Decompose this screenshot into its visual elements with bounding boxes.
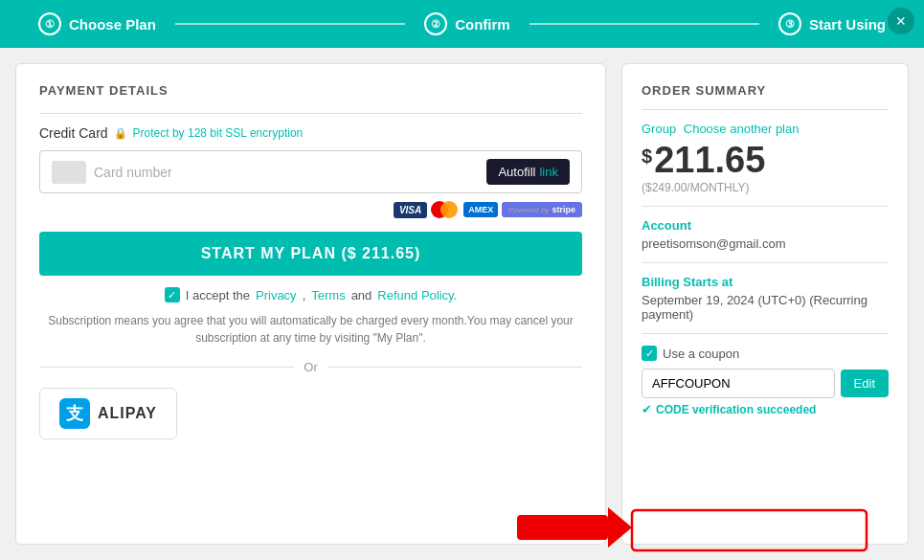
step2-line: [530, 23, 759, 25]
subscription-note: Subscription means you agree that you wi…: [39, 312, 582, 347]
step3-label: Start Using: [809, 16, 886, 33]
step2: ② Confirm: [424, 12, 510, 35]
lock-icon: 🔒: [114, 127, 127, 140]
step3-circle: ③: [778, 12, 801, 35]
mastercard-logo: [431, 201, 460, 218]
step2-circle: ②: [424, 12, 447, 35]
coupon-checkbox[interactable]: ✓: [642, 346, 657, 361]
and-text: and: [351, 288, 372, 302]
alipay-label: ALIPAY: [98, 405, 157, 422]
or-divider: Or: [39, 360, 582, 374]
order-title: ORDER SUMMARY: [642, 83, 889, 98]
divider5: [642, 333, 889, 334]
step3: ③ Start Using: [778, 12, 886, 35]
autofill-button[interactable]: Autofill link: [486, 159, 570, 185]
coupon-label: Use a coupon: [663, 347, 739, 361]
or-line-left: [39, 367, 294, 368]
divider2: [642, 109, 889, 110]
edit-button[interactable]: Edit: [841, 370, 889, 397]
coupon-input-row: Edit: [642, 369, 889, 398]
card-input-wrapper[interactable]: Card number Autofill link: [39, 150, 582, 193]
autofill-link-text: link: [539, 165, 558, 179]
alipay-icon: 支: [59, 398, 90, 429]
or-text: Or: [304, 360, 317, 374]
step1-line: [175, 23, 405, 25]
privacy-link[interactable]: Privacy: [256, 288, 297, 302]
price-display: $ 211.65: [642, 140, 889, 181]
step1-circle: ①: [38, 12, 61, 35]
accept-text1: I accept the: [186, 288, 250, 302]
success-check-icon: ✔: [642, 402, 652, 416]
coupon-input[interactable]: [642, 369, 835, 398]
divider1: [39, 113, 582, 114]
success-row: ✔ CODE verification succeeded: [642, 402, 889, 416]
amex-logo: AMEX: [463, 202, 498, 217]
autofill-label: Autofill: [498, 165, 535, 179]
ssl-text: Protect by 128 bit SSL encryption: [133, 126, 304, 140]
card-placeholder: Card number: [94, 165, 172, 180]
group-label: Group Choose another plan: [642, 122, 889, 136]
payment-logos: VISA AMEX Powered by stripe: [39, 201, 582, 218]
price-value: 211.65: [654, 140, 765, 181]
close-button[interactable]: ✕: [888, 8, 914, 34]
choose-another-link[interactable]: Choose another plan: [684, 122, 800, 136]
billing-label: Billing Starts at: [642, 275, 889, 289]
payment-panel: PAYMENT DETAILS Credit Card 🔒 Protect by…: [15, 63, 606, 545]
credit-card-section: Credit Card 🔒 Protect by 128 bit SSL enc…: [39, 125, 582, 141]
order-panel: ORDER SUMMARY Group Choose another plan …: [621, 63, 909, 545]
accept-row: ✓ I accept the Privacy , Terms and Refun…: [39, 287, 582, 302]
start-plan-button[interactable]: START MY PLAN ($ 211.65): [39, 232, 582, 276]
header: ① Choose Plan ② Confirm ③ Start Using ✕: [0, 0, 924, 48]
account-email: preetisomson@gmail.com: [642, 236, 889, 251]
divider4: [642, 262, 889, 263]
success-text: CODE verification succeeded: [656, 403, 816, 416]
credit-card-label-text: Credit Card: [39, 125, 108, 141]
visa-logo: VISA: [394, 202, 427, 218]
divider3: [642, 206, 889, 207]
price-dollar-sign: $: [642, 146, 652, 168]
billing-value: September 19, 2024 (UTC+0) (Recurring pa…: [642, 293, 889, 322]
refund-link[interactable]: Refund Policy.: [377, 288, 457, 302]
main-content: PAYMENT DETAILS Credit Card 🔒 Protect by…: [0, 48, 924, 560]
accept-checkbox[interactable]: ✓: [165, 287, 180, 302]
comma: ,: [303, 288, 306, 302]
terms-link[interactable]: Terms: [311, 288, 345, 302]
coupon-row: ✓ Use a coupon: [642, 346, 889, 361]
step2-label: Confirm: [455, 16, 510, 33]
stripe-logo: Powered by stripe: [502, 202, 582, 217]
price-monthly: ($249.00/MONTHLY): [642, 181, 889, 194]
step1-label: Choose Plan: [69, 16, 156, 33]
payment-title: PAYMENT DETAILS: [39, 83, 582, 98]
step1: ① Choose Plan: [38, 12, 156, 35]
card-input-left: Card number: [52, 161, 172, 184]
or-line-right: [327, 367, 582, 368]
account-label: Account: [642, 218, 889, 233]
alipay-button[interactable]: 支 ALIPAY: [39, 388, 177, 439]
card-icon: [52, 161, 86, 184]
